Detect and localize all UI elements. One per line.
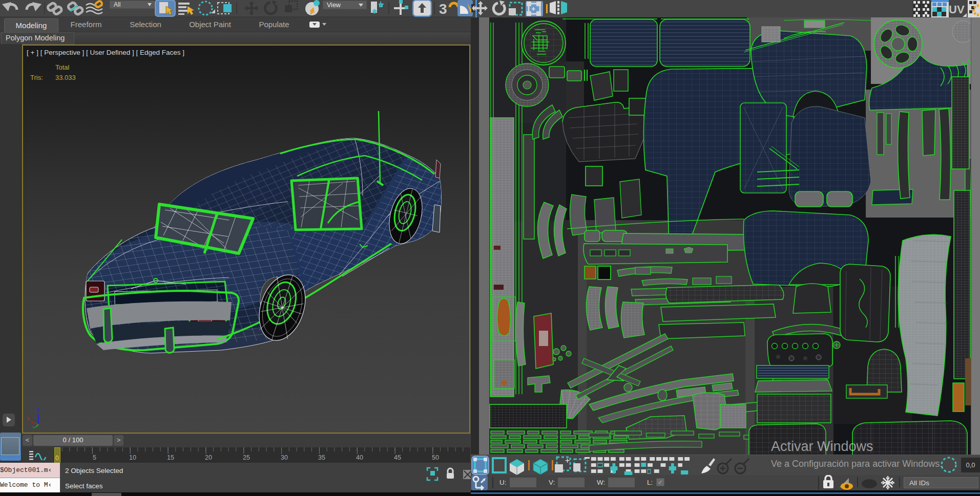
svg-text:UV: UV bbox=[949, 3, 965, 16]
svg-text:All: All bbox=[114, 1, 120, 8]
svg-text:View: View bbox=[327, 2, 341, 9]
svg-text:+: + bbox=[565, 456, 570, 465]
svg-text:3: 3 bbox=[439, 1, 447, 17]
svg-text:+: + bbox=[531, 5, 535, 13]
